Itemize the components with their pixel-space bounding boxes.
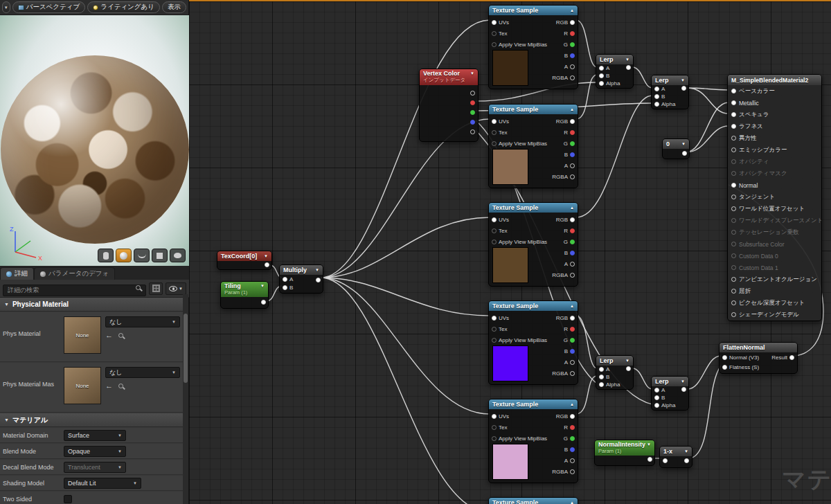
teapot-shape-button[interactable] (170, 249, 186, 262)
shading-model-dropdown[interactable]: Default Lit ▼ (64, 478, 141, 489)
normal-intensity-param-node[interactable]: NormalIntensity ▼ Param (1) (594, 440, 655, 466)
texcoord-node[interactable]: TexCoord[0] ▼ (217, 251, 272, 270)
output-pin-a[interactable] (570, 360, 575, 365)
show-button[interactable]: 表示 (162, 1, 186, 13)
input-pin[interactable] (731, 112, 736, 117)
output-pin[interactable] (684, 458, 689, 463)
multiply-node[interactable]: Multiply ▼ A B (279, 264, 323, 294)
browse-icon[interactable] (118, 333, 123, 338)
output-pin[interactable] (682, 151, 687, 156)
output-pin[interactable] (626, 366, 631, 371)
output-pin-a[interactable] (470, 129, 475, 134)
texture-preview[interactable] (492, 149, 528, 185)
node-header[interactable]: Texture Sample ▲ (489, 399, 578, 409)
material-result-node[interactable]: M_SimpleBlendedMaterial2 ベースカラー Metallic… (727, 74, 822, 321)
input-pin-mipbias[interactable] (492, 338, 497, 343)
collapse-icon[interactable]: ▲ (570, 206, 574, 210)
output-pin-b[interactable] (570, 53, 575, 58)
output-pin-rgb[interactable] (570, 316, 575, 321)
texture-sample-node[interactable]: Texture Sample ▲ UVs Tex Apply View MipB… (488, 5, 578, 89)
collapse-icon[interactable]: ▲ (570, 107, 574, 111)
node-header[interactable]: Texture Sample ▲ (489, 203, 578, 213)
two-sided-checkbox[interactable] (64, 495, 72, 503)
output-pin-g[interactable] (570, 436, 575, 441)
node-header[interactable]: Lerp ▼ (652, 75, 688, 85)
input-pin-alpha[interactable] (654, 403, 659, 408)
blend-mode-dropdown[interactable]: Opaque ▼ (64, 446, 126, 457)
output-pin-rgba[interactable] (570, 174, 575, 179)
tab-parameter-defaults[interactable]: パラメータのデフォ (34, 267, 115, 280)
input-pin-b[interactable] (599, 73, 604, 78)
collapse-icon[interactable]: ▼ (625, 57, 629, 62)
input-pin-a[interactable] (599, 367, 604, 372)
viewport-options-button[interactable]: ▼ (2, 1, 10, 13)
input-pin[interactable] (731, 89, 736, 93)
cube-shape-button[interactable] (152, 249, 168, 262)
input-pin[interactable] (731, 300, 736, 305)
collapse-icon[interactable]: ▼ (647, 442, 651, 447)
input-pin-normal[interactable] (722, 355, 727, 360)
lerp-node[interactable]: Lerp ▼ A B Alpha (651, 376, 689, 411)
one-minus-x-node[interactable]: 1-x ▼ (659, 446, 692, 468)
output-pin-g[interactable] (570, 141, 575, 146)
output-pin-result[interactable] (789, 355, 794, 360)
node-header[interactable]: Lerp ▼ (652, 377, 688, 386)
cylinder-shape-button[interactable] (98, 249, 114, 262)
input-pin-b[interactable] (599, 375, 604, 379)
perspective-button[interactable]: パースペクティブ (12, 1, 86, 13)
scrollbar-thumb[interactable] (184, 314, 188, 383)
texture-preview[interactable] (492, 247, 528, 283)
input-pin[interactable] (731, 289, 736, 294)
collapse-icon[interactable]: ▲ (570, 501, 574, 504)
output-pin-rgba[interactable] (570, 75, 575, 80)
output-pin-r[interactable] (570, 425, 575, 430)
output-pin-r[interactable] (570, 327, 575, 332)
node-header[interactable]: Texture Sample ▲ (489, 6, 578, 15)
texture-preview[interactable] (492, 345, 528, 381)
texture-sample-node[interactable]: Texture Sample ▲ UVs Tex Apply View MipB… (488, 104, 578, 188)
output-pin-g[interactable] (570, 42, 575, 47)
output-pin-rgb[interactable] (570, 414, 575, 419)
collapse-icon[interactable]: ▲ (570, 8, 574, 12)
output-pin-a[interactable] (570, 262, 575, 267)
output-pin-b[interactable] (570, 152, 575, 157)
output-pin-rgb[interactable] (570, 20, 575, 25)
lighting-button[interactable]: ライティングあり (87, 1, 160, 13)
output-pin-a[interactable] (570, 64, 575, 69)
node-header[interactable]: Texture Sample ▲ (489, 105, 578, 114)
node-header[interactable]: Tiling ▼ Param (1) (221, 282, 268, 297)
output-pin[interactable] (681, 387, 686, 392)
output-pin-r[interactable] (570, 31, 575, 36)
column-view-button[interactable] (149, 282, 163, 295)
texture-preview[interactable] (492, 444, 528, 480)
input-pin[interactable] (731, 277, 736, 282)
node-header[interactable]: Texture Sample ▲ (489, 498, 578, 504)
input-pin-a[interactable] (599, 66, 604, 71)
constant-zero-node[interactable]: 0 ▼ (662, 138, 690, 159)
input-pin-mipbias[interactable] (492, 42, 497, 47)
input-pin-tex[interactable] (492, 130, 497, 135)
search-input[interactable] (3, 285, 146, 296)
output-pin[interactable] (647, 457, 652, 462)
section-material[interactable]: ▼ マテリアル (0, 413, 183, 427)
collapse-icon[interactable]: ▼ (681, 142, 686, 146)
node-header[interactable]: Lerp ▼ (596, 55, 633, 64)
output-pin[interactable] (316, 278, 321, 282)
input-pin-uvs[interactable] (492, 414, 497, 419)
input-pin[interactable] (731, 312, 736, 317)
input-pin[interactable] (663, 458, 668, 463)
collapse-icon[interactable]: ▼ (681, 379, 685, 384)
node-header[interactable]: Lerp ▼ (596, 356, 633, 366)
node-header[interactable]: Texture Sample ▲ (489, 301, 578, 311)
output-pin-b[interactable] (570, 251, 575, 255)
texture-sample-node[interactable]: Texture Sample ▲ UVs Tex Apply View MipB… (488, 300, 578, 385)
output-pin-rgba[interactable] (570, 273, 575, 278)
input-pin-b[interactable] (654, 94, 659, 99)
input-pin-mipbias[interactable] (492, 240, 497, 244)
collapse-icon[interactable]: ▲ (570, 402, 574, 406)
output-pin[interactable] (626, 65, 631, 70)
node-header[interactable]: FlattenNormal (720, 343, 797, 352)
node-header[interactable]: 0 ▼ (663, 139, 689, 149)
preview-viewport[interactable]: Z X (0, 15, 189, 266)
output-pin[interactable] (261, 300, 266, 305)
